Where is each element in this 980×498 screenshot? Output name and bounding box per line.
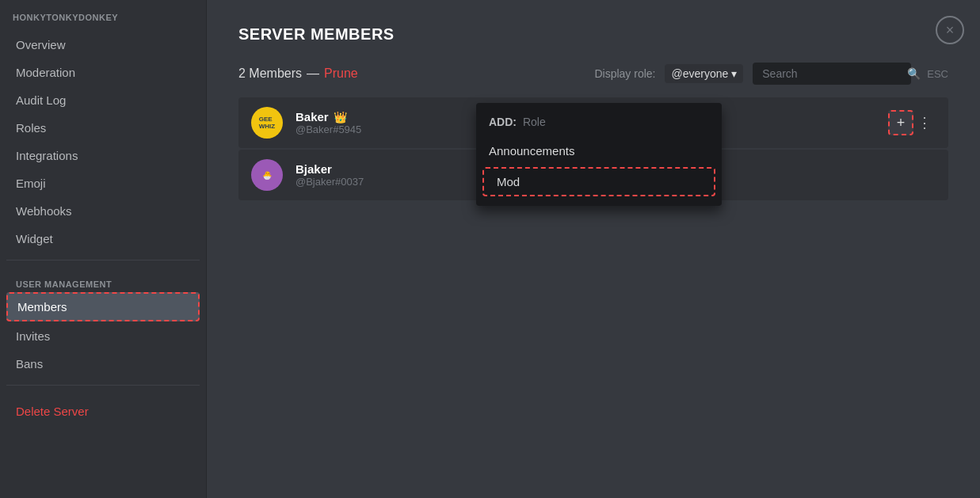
chevron-down-icon: ▾ <box>731 67 737 80</box>
member-actions: + <box>888 110 913 135</box>
sidebar-item-roles[interactable]: Roles <box>6 115 200 141</box>
prune-link[interactable]: Prune <box>324 67 358 81</box>
avatar: GEEWHIZ <box>251 107 283 139</box>
member-count-area: 2 Members — Prune <box>238 67 358 81</box>
sidebar-item-widget[interactable]: Widget <box>6 226 200 252</box>
search-icon: 🔍 <box>907 67 921 80</box>
sidebar-item-emoji[interactable]: Emoji <box>6 170 200 196</box>
sidebar-divider <box>6 260 200 260</box>
dropdown-header: ADD: Role <box>476 109 722 138</box>
more-options-button[interactable]: ⋮ <box>913 112 936 134</box>
role-selector-value: @everyone <box>671 67 728 80</box>
sidebar-item-audit-log[interactable]: Audit Log <box>6 87 200 113</box>
server-name: HONKYTONKYDONKEY <box>6 13 200 32</box>
dropdown-item-announcements[interactable]: Announcements <box>476 138 722 164</box>
add-role-dropdown: ADD: Role Announcements Mod <box>476 103 722 206</box>
esc-label: ESC <box>927 68 948 80</box>
main-content: × SERVER MEMBERS 2 Members — Prune Displ… <box>207 0 980 498</box>
toolbar-right: Display role: @everyone ▾ 🔍 ESC <box>594 63 948 85</box>
sidebar-item-invites[interactable]: Invites <box>6 323 200 349</box>
sidebar: HONKYTONKYDONKEY Overview Moderation Aud… <box>0 0 207 498</box>
add-label: ADD: <box>489 116 517 128</box>
search-box: 🔍 <box>753 63 911 85</box>
separator: — <box>307 67 319 81</box>
delete-server-button[interactable]: Delete Server <box>6 398 200 424</box>
user-management-section-label: USER MANAGEMENT <box>6 267 200 292</box>
sidebar-item-overview[interactable]: Overview <box>6 32 200 58</box>
sidebar-item-bans[interactable]: Bans <box>6 351 200 377</box>
avatar: 🐣 <box>251 159 283 191</box>
page-title: SERVER MEMBERS <box>238 25 948 44</box>
dropdown-item-mod[interactable]: Mod <box>482 167 715 196</box>
sidebar-item-webhooks[interactable]: Webhooks <box>6 198 200 224</box>
member-count-text: 2 Members <box>238 67 302 81</box>
display-role-label: Display role: <box>594 67 655 80</box>
search-input[interactable] <box>762 67 901 80</box>
sidebar-item-integrations[interactable]: Integrations <box>6 143 200 169</box>
role-label: Role <box>523 116 546 128</box>
role-selector[interactable]: @everyone ▾ <box>665 64 743 83</box>
sidebar-divider-2 <box>6 385 200 386</box>
sidebar-item-members[interactable]: Members <box>6 292 200 321</box>
close-button[interactable]: × <box>936 16 964 44</box>
add-role-button[interactable]: + <box>888 110 913 135</box>
toolbar: 2 Members — Prune Display role: @everyon… <box>238 63 948 85</box>
crown-icon: 👑 <box>334 111 347 124</box>
sidebar-item-moderation[interactable]: Moderation <box>6 59 200 86</box>
